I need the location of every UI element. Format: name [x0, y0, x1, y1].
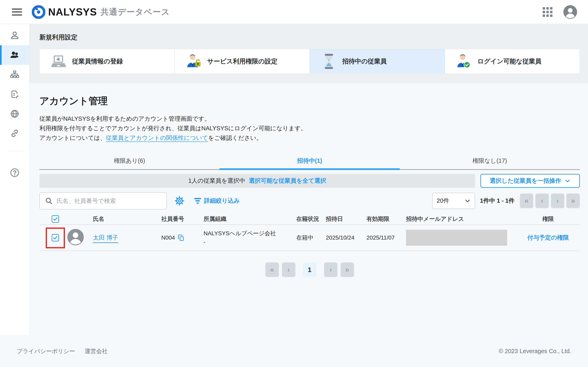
bulk-action-label: 選択した従業員を一括操作: [490, 177, 561, 185]
col-header-expiry-date: 有効期限: [366, 215, 406, 223]
selection-count-text: 1人の従業員を選択中: [188, 177, 245, 185]
chevron-down-icon: [564, 178, 571, 184]
hourglass-icon: [321, 54, 337, 69]
next-page-button[interactable]: ›: [324, 262, 337, 277]
card-login-enabled-employees[interactable]: ログイン可能な従業員: [445, 49, 580, 74]
page-description: 従業員がNALYSYSを利用するためのアカウント管理画面です。 利用権限を付与す…: [39, 114, 580, 143]
app-header: NALYSYS 共通データベース: [0, 0, 588, 24]
card-employee-registration[interactable]: 従業員情報の登録: [40, 49, 174, 74]
expiry-date: 2025/11/07: [366, 234, 406, 241]
col-header-name: 氏名: [93, 215, 161, 223]
col-header-email: 招待中メールアドレス: [406, 215, 516, 223]
app-logo: NALYSYS 共通データベース: [32, 5, 170, 19]
sidebar-item-organization[interactable]: [0, 65, 29, 84]
card-label: サービス利用権限の設定: [207, 57, 277, 66]
table-row: 太田 博子 N004 NALYSYSヘルプページ会社 -: [39, 225, 580, 251]
app-name: NALYSYS: [48, 6, 97, 18]
user-avatar[interactable]: [563, 5, 577, 19]
tab-without-permission[interactable]: 権限なし(17): [400, 152, 580, 169]
row-checkbox[interactable]: [52, 234, 59, 242]
sidebar-item-help[interactable]: [0, 163, 29, 183]
check-icon: [53, 216, 58, 222]
person-check-icon: [456, 54, 472, 69]
col-header-invited-date: 招待日: [326, 215, 366, 223]
bulk-action-button[interactable]: 選択した従業員を一括操作: [480, 174, 580, 188]
tab-inviting[interactable]: 招待中(1): [219, 152, 399, 169]
nalysys-logo-icon: [32, 5, 45, 19]
person-icon: [10, 31, 20, 40]
col-header-employee-no: 社員番号: [161, 215, 204, 223]
description-text: をご確認ください。: [208, 134, 262, 141]
sidebar-item-profile[interactable]: [0, 26, 29, 45]
tab-with-permission[interactable]: 権限あり(6): [39, 152, 219, 169]
help-icon: [10, 168, 20, 178]
select-all-link[interactable]: 選択可能な従業員を全て選択: [249, 177, 326, 185]
sidebar-item-links[interactable]: [0, 124, 29, 143]
laptop-register-icon: [51, 54, 66, 69]
globe-icon: [10, 109, 20, 119]
last-page-button[interactable]: »: [341, 262, 354, 277]
search-icon: [45, 197, 53, 205]
apps-grid-icon[interactable]: [543, 7, 553, 17]
col-header-organization: 所属組織: [204, 215, 296, 223]
employee-name-link[interactable]: 太田 博子: [93, 234, 118, 243]
sidebar-item-accounts[interactable]: [0, 45, 29, 65]
search-box: [39, 192, 167, 209]
col-header-status: 在籍状況: [296, 215, 326, 223]
document-edit-icon: [10, 89, 20, 99]
card-invited-employees[interactable]: 招待中の従業員: [310, 49, 445, 74]
copyright-text: © 2023 Leverages Co., Ltd.: [499, 348, 571, 355]
privacy-policy-link[interactable]: プライバシーポリシー: [17, 347, 75, 355]
pending-permission-link[interactable]: 付与予定の権限: [527, 234, 569, 242]
employee-avatar: [67, 229, 84, 246]
relationship-help-link[interactable]: 従業員とアカウントの関係性について: [106, 134, 208, 141]
page-footer: プライバシーポリシー 運営会社 © 2023 Leverages Co., Lt…: [0, 335, 588, 367]
top-pager: « ‹ › »: [520, 193, 580, 208]
setup-section: 新規利用設定 従業員情報の登録: [30, 24, 588, 83]
chevron-down-icon: [465, 198, 471, 204]
sidebar-item-requests[interactable]: [0, 84, 29, 104]
col-header-permission: 権限: [516, 215, 580, 223]
check-icon: [53, 235, 58, 240]
description-line: 従業員がNALYSYSを利用するためのアカウント管理画面です。: [39, 114, 580, 124]
result-range-label: 1件中 1 - 1件: [480, 197, 515, 205]
filter-icon: [194, 198, 201, 204]
app-subtitle: 共通データベース: [101, 6, 170, 17]
organization-sub: -: [204, 238, 296, 246]
first-page-button[interactable]: «: [265, 262, 279, 277]
employee-no: N004: [161, 234, 175, 241]
search-settings-button[interactable]: [174, 196, 184, 206]
select-all-checkbox[interactable]: [52, 215, 59, 223]
organization-name: NALYSYSヘルプページ会社: [204, 229, 296, 238]
description-line: 利用権限を付与することでアカウントが発行され、従業員はNALYSYSにログイン可…: [39, 124, 580, 133]
card-label: ログイン可能な従業員: [477, 57, 541, 66]
main-content: 新規利用設定 従業員情報の登録: [30, 24, 588, 335]
person-lock-icon: [186, 54, 201, 69]
table-header-row: 氏名 社員番号 所属組織 在籍状況 招待日 有効期限 招待中メールアドレス 権限: [39, 213, 580, 225]
menu-icon[interactable]: [12, 8, 22, 16]
description-line: アカウントについては、従業員とアカウントの関係性についてをご確認ください。: [39, 133, 580, 143]
last-page-button[interactable]: »: [566, 193, 580, 208]
card-service-permissions[interactable]: サービス利用権限の設定: [175, 49, 310, 74]
operating-company-link[interactable]: 運営会社: [85, 347, 108, 355]
page-size-select[interactable]: 20件: [432, 193, 475, 209]
prev-page-button[interactable]: ‹: [282, 262, 295, 277]
status-tabs: 権限あり(6) 招待中(1) 権限なし(17): [39, 152, 580, 170]
prev-page-button[interactable]: ‹: [535, 193, 549, 208]
selection-status-bar: 1人の従業員を選択中 選択可能な従業員を全て選択: [39, 174, 475, 188]
people-icon: [10, 50, 20, 60]
page-size-value: 20件: [437, 197, 449, 205]
search-input[interactable]: [57, 198, 162, 204]
copy-icon[interactable]: [177, 234, 185, 242]
page-title: アカウント管理: [39, 95, 580, 108]
card-label: 招待中の従業員: [342, 57, 387, 66]
setup-title: 新規利用設定: [39, 33, 580, 42]
next-page-button[interactable]: ›: [551, 193, 564, 208]
advanced-filter-button[interactable]: 詳細絞り込み: [194, 197, 240, 205]
employee-table: 氏名 社員番号 所属組織 在籍状況 招待日 有効期限 招待中メールアドレス 権限: [39, 213, 580, 251]
link-icon: [10, 128, 20, 138]
sidebar-item-global[interactable]: [0, 104, 29, 124]
invited-date: 2025/10/24: [326, 234, 366, 241]
first-page-button[interactable]: «: [520, 193, 533, 208]
current-page-button[interactable]: 1: [303, 262, 316, 277]
